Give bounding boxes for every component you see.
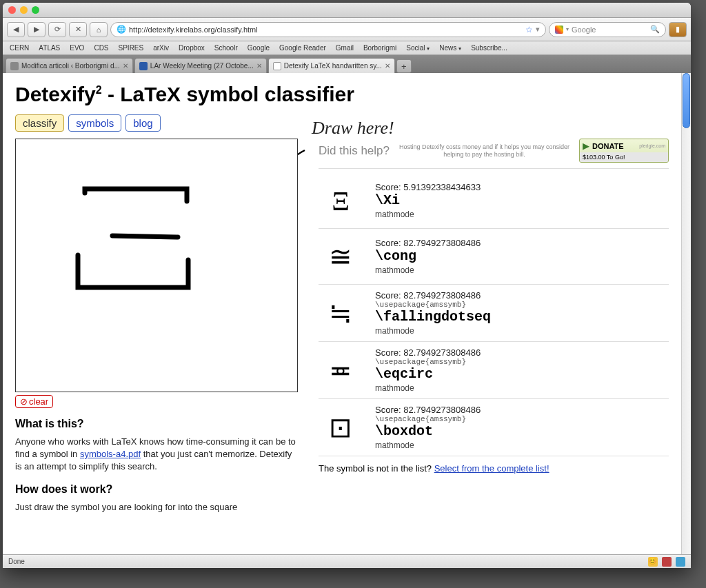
bookmark-item[interactable]: Subscribe... <box>471 44 507 52</box>
scrollbar[interactable] <box>681 73 691 554</box>
dropdown-icon[interactable]: ▾ <box>536 25 540 34</box>
bookmark-item[interactable]: Google <box>248 44 270 52</box>
zoom-window-icon[interactable] <box>32 6 39 14</box>
result-symbol-icon: ≒ <box>319 291 363 335</box>
donate-widget[interactable]: ▶ DONATE pledgie.com $103.00 To Go! <box>579 139 669 163</box>
status-icon[interactable]: 😊 <box>648 557 658 567</box>
result-command: \Xi <box>375 192 669 208</box>
result-row[interactable]: ⊡ Score: 82.7949273808486 \usepackage{am… <box>319 399 669 456</box>
page-title: Detexify2 - LaTeX symbol classifier <box>15 83 669 106</box>
reload-button[interactable]: ⟳ <box>48 22 66 37</box>
result-command: \cong <box>375 248 669 264</box>
url-bar[interactable]: 🌐 http://detexify.kirelabs.org/classify.… <box>110 22 546 37</box>
search-dropdown-icon[interactable]: ▾ <box>566 26 569 32</box>
tab-symbols[interactable]: symbols <box>68 114 121 132</box>
browser-toolbar: ◀ ▶ ⟳ ✕ ⌂ 🌐 http://detexify.kirelabs.org… <box>3 18 691 41</box>
bookmark-item[interactable]: ATLAS <box>39 44 60 52</box>
url-text: http://detexify.kirelabs.org/classify.ht… <box>129 26 258 34</box>
bookmark-item[interactable]: Gmail <box>336 44 354 52</box>
bookmark-item[interactable]: CDS <box>94 44 108 52</box>
drawing-canvas[interactable] <box>15 139 298 392</box>
draw-here-label: Draw here! <box>312 118 394 139</box>
status-bar: Done 😊 <box>3 554 691 568</box>
favicon-icon <box>139 62 148 70</box>
what-heading: What is this? <box>15 418 298 430</box>
how-heading: How does it work? <box>15 483 298 496</box>
favicon-icon <box>10 62 19 70</box>
browser-tab[interactable]: Detexify LaTeX handwritten sy...✕ <box>268 58 395 73</box>
bookmark-item[interactable]: News ▾ <box>439 44 461 52</box>
result-package: \usepackage{amssymb} <box>375 415 669 423</box>
result-symbol-icon: Ξ <box>319 179 363 223</box>
bookmark-item[interactable]: Schoolr <box>214 44 238 52</box>
result-symbol-icon: ⊡ <box>319 405 363 449</box>
search-placeholder: Google <box>572 26 596 34</box>
close-tab-icon[interactable]: ✕ <box>385 62 390 70</box>
help-description: Hosting Detexify costs money and if it h… <box>396 143 572 159</box>
browser-tab[interactable]: LAr Weekly Meeting (27 Octobe...✕ <box>134 58 267 73</box>
bookmarks-bar: CERN ATLAS EVO CDS SPIRES arXiv Dropbox … <box>3 41 691 55</box>
result-mode: mathmode <box>375 265 669 275</box>
tab-classify[interactable]: classify <box>15 114 64 132</box>
browser-tab[interactable]: Modifica articoli ‹ Borborigmi d...✕ <box>6 58 133 73</box>
result-score: Score: 82.7949273808486 <box>375 347 669 358</box>
close-tab-icon[interactable]: ✕ <box>256 62 262 70</box>
bookmark-item[interactable]: Borborigmi <box>363 44 396 52</box>
result-row[interactable]: Ξ Score: 5.91392338434633 \Xi mathmode <box>319 173 669 229</box>
clear-button[interactable]: ⊘clear <box>15 395 53 408</box>
result-mode: mathmode <box>375 440 669 450</box>
close-window-icon[interactable] <box>8 6 16 14</box>
bookmark-item[interactable]: Dropbox <box>179 44 205 52</box>
symbols-pdf-link[interactable]: symbols-a4.pdf <box>80 449 141 459</box>
drawn-symbol <box>16 139 299 393</box>
result-package: \usepackage{amssymb} <box>375 301 669 309</box>
library-button[interactable]: ▮ <box>669 22 687 37</box>
bookmark-item[interactable]: SPIRES <box>119 44 144 52</box>
bookmark-item[interactable]: Social ▾ <box>406 44 430 52</box>
result-mode: mathmode <box>375 383 669 393</box>
google-icon <box>555 26 563 34</box>
bookmark-item[interactable]: Google Reader <box>279 44 326 52</box>
back-button[interactable]: ◀ <box>7 22 25 37</box>
forward-button[interactable]: ▶ <box>28 22 46 37</box>
result-row[interactable]: ≖ Score: 82.7949273808486 \usepackage{am… <box>319 342 669 399</box>
donate-progress: $103.00 To Go! <box>580 152 668 162</box>
complete-list-link[interactable]: Select from the complete list! <box>434 463 549 474</box>
result-score: Score: 82.7949273808486 <box>375 238 669 248</box>
window-titlebar <box>3 3 691 18</box>
play-icon: ▶ <box>583 141 589 151</box>
not-found-text: The symbol is not in the list? Select fr… <box>319 463 669 474</box>
magnifier-icon[interactable]: 🔍 <box>650 25 660 34</box>
bookmark-item[interactable]: arXiv <box>153 44 169 52</box>
scrollbar-thumb[interactable] <box>683 73 690 128</box>
what-text: Anyone who works with LaTeX knows how ti… <box>15 436 298 474</box>
result-score: Score: 82.7949273808486 <box>375 290 669 301</box>
search-box[interactable]: ▾ Google 🔍 <box>549 22 666 37</box>
result-mode: mathmode <box>375 326 669 336</box>
status-icon[interactable] <box>676 557 685 567</box>
bookmark-item[interactable]: EVO <box>70 44 84 52</box>
bookmark-item[interactable]: CERN <box>10 44 29 52</box>
close-tab-icon[interactable]: ✕ <box>123 62 128 70</box>
result-command: \fallingdotseq <box>375 309 669 325</box>
result-package: \usepackage{amssymb} <box>375 358 669 366</box>
bookmark-star-icon[interactable]: ☆ <box>525 25 533 34</box>
how-text: Just draw the symbol you are looking for… <box>15 501 298 514</box>
result-row[interactable]: ≒ Score: 82.7949273808486 \usepackage{am… <box>319 285 669 342</box>
minimize-window-icon[interactable] <box>20 6 28 14</box>
result-command: \eqcirc <box>375 366 669 382</box>
tab-blog[interactable]: blog <box>125 114 160 132</box>
home-button[interactable]: ⌂ <box>90 22 108 37</box>
tab-bar: Modifica articoli ‹ Borborigmi d...✕ LAr… <box>3 55 691 73</box>
result-score: Score: 5.91392338434633 <box>375 182 669 192</box>
favicon-icon <box>273 62 281 70</box>
status-text: Done <box>8 558 25 565</box>
result-row[interactable]: ≅ Score: 82.7949273808486 \cong mathmode <box>319 229 669 285</box>
clear-icon: ⊘ <box>20 396 28 407</box>
did-this-help-label: Did this help? <box>319 144 390 158</box>
status-icon[interactable] <box>662 557 672 567</box>
stop-button[interactable]: ✕ <box>69 22 87 37</box>
new-tab-button[interactable]: + <box>396 59 412 73</box>
result-symbol-icon: ≅ <box>319 234 363 278</box>
globe-icon: 🌐 <box>117 25 126 34</box>
